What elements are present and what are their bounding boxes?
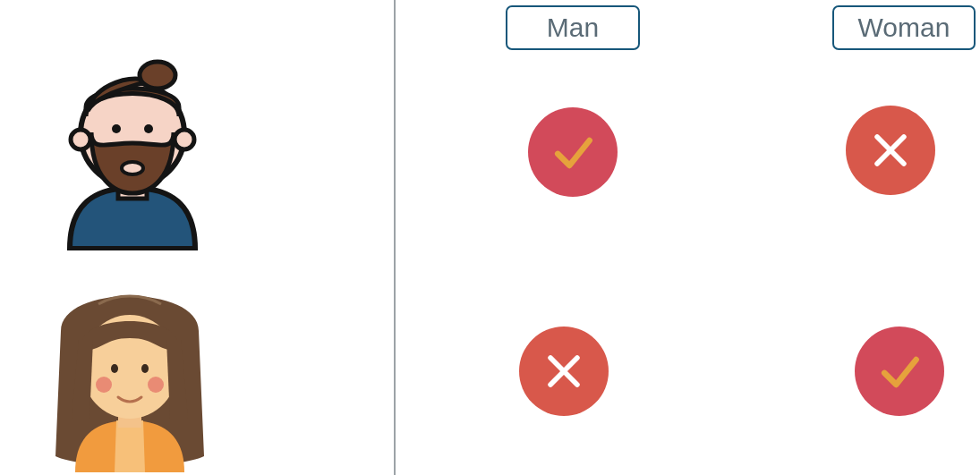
woman-avatar-icon: [45, 268, 206, 465]
classification-diagram: Man Woman: [0, 0, 980, 475]
column-header-woman: Woman: [832, 5, 976, 50]
check-icon: [548, 127, 598, 177]
svg-point-7: [144, 124, 153, 133]
result-badge-woman-woman: [855, 327, 944, 416]
cross-icon: [539, 346, 589, 396]
svg-point-2: [71, 130, 90, 149]
svg-point-4: [140, 62, 175, 89]
svg-point-3: [175, 130, 194, 149]
result-badge-woman-man: [519, 327, 609, 416]
svg-point-6: [112, 124, 121, 133]
svg-point-11: [148, 377, 164, 393]
result-badge-man-man: [528, 107, 618, 197]
result-badge-man-woman: [846, 106, 935, 195]
cross-icon: [865, 125, 916, 175]
svg-point-5: [122, 162, 143, 174]
column-header-man: Man: [506, 5, 640, 50]
man-avatar-icon: [52, 54, 213, 250]
vertical-divider: [394, 0, 396, 475]
svg-point-12: [111, 364, 118, 373]
check-icon: [874, 346, 925, 396]
svg-point-10: [96, 377, 112, 393]
svg-point-13: [141, 364, 149, 373]
